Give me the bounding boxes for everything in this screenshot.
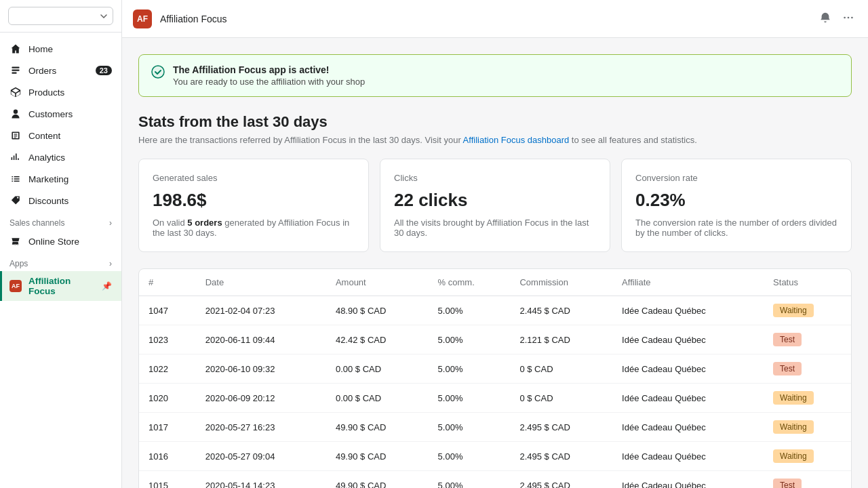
apps-label: Apps (9, 259, 28, 268)
stat-value-clicks: 22 clicks (394, 190, 596, 211)
cell-comm-pct: 5.00% (429, 296, 511, 325)
subtitle-after: to see all features and statistics. (569, 135, 697, 145)
status-badge: Test (773, 479, 802, 488)
cell-affiliate: Idée Cadeau Québec (612, 442, 764, 471)
alert-title: The Affiliation Focus app is active! (173, 64, 365, 75)
sidebar-item-products[interactable]: Products (0, 81, 121, 103)
subtitle-before: Here are the transactions referred by Af… (138, 135, 463, 145)
sidebar-item-customers[interactable]: Customers (0, 103, 121, 125)
sidebar-item-content[interactable]: Content (0, 125, 121, 146)
sidebar-item-discounts[interactable]: Discounts (0, 190, 121, 211)
stat-value-sales: 198.6$ (153, 190, 355, 211)
stat-label-clicks: Clicks (394, 173, 596, 183)
orders-badge: 23 (96, 66, 112, 75)
cell-amount: 49.90 $ CAD (326, 413, 429, 442)
col-header-date: Date (196, 269, 326, 296)
alert-banner: The Affiliation Focus app is active! You… (138, 54, 852, 97)
sales-channels-chevron[interactable]: › (109, 218, 112, 228)
svg-point-3 (844, 16, 846, 18)
col-header-amount: Amount (326, 269, 429, 296)
col-header-status: Status (764, 269, 851, 296)
cell-id: 1023 (139, 325, 196, 354)
status-badge: Test (773, 333, 802, 346)
cell-status: Waiting (764, 296, 851, 325)
cell-status: Test (764, 354, 851, 384)
topbar-actions (816, 9, 857, 29)
status-badge: Waiting (773, 391, 814, 405)
cell-status: Test (764, 471, 851, 489)
sidebar-item-analytics[interactable]: Analytics (0, 146, 121, 168)
alert-text: The Affiliation Focus app is active! You… (173, 64, 365, 87)
sales-channels-label: Sales channels (9, 218, 64, 228)
stat-card-sales: Generated sales 198.6$ On valid 5 orders… (138, 159, 369, 252)
table-row: 1020 2020-06-09 20:12 0.00 $ CAD 5.00% 0… (139, 384, 851, 413)
table-row: 1016 2020-05-27 09:04 49.90 $ CAD 5.00% … (139, 442, 851, 471)
cell-id: 1015 (139, 471, 196, 489)
cell-date: 2020-05-27 16:23 (196, 413, 326, 442)
sidebar: Home Orders 23 Products Customers (0, 0, 122, 488)
cell-affiliate: Idée Cadeau Québec (612, 354, 764, 384)
cell-amount: 49.90 $ CAD (326, 471, 429, 489)
cell-id: 1017 (139, 413, 196, 442)
analytics-icon (9, 151, 22, 163)
stat-value-conversion: 0.23% (635, 190, 837, 211)
sidebar-item-marketing[interactable]: Marketing (0, 168, 121, 190)
cell-comm-pct: 5.00% (429, 471, 511, 489)
pin-icon[interactable]: 📌 (102, 281, 112, 291)
products-icon (9, 86, 22, 98)
sidebar-item-online-store[interactable]: Online Store (0, 230, 121, 252)
apps-chevron[interactable]: › (109, 259, 112, 268)
cell-comm-pct: 5.00% (429, 384, 511, 413)
cell-commission: 2.121 $ CAD (510, 325, 612, 354)
cell-date: 2020-05-27 09:04 (196, 442, 326, 471)
cell-id: 1047 (139, 296, 196, 325)
stats-grid: Generated sales 198.6$ On valid 5 orders… (138, 159, 852, 252)
sidebar-item-affiliation-focus[interactable]: AF Affiliation Focus 📌 (0, 271, 121, 301)
col-header-id: # (139, 269, 196, 296)
sidebar-label-customers: Customers (28, 109, 73, 119)
sidebar-label-online-store: Online Store (28, 237, 79, 247)
transactions-table: # Date Amount % comm. Commission Affilia… (139, 269, 851, 488)
table-row: 1023 2020-06-11 09:44 42.42 $ CAD 5.00% … (139, 325, 851, 354)
status-badge: Waiting (773, 304, 814, 317)
transactions-table-container: # Date Amount % comm. Commission Affilia… (138, 268, 852, 488)
cell-affiliate: Idée Cadeau Québec (612, 325, 764, 354)
stats-section-subtitle: Here are the transactions referred by Af… (138, 135, 852, 145)
cell-commission: 0 $ CAD (510, 384, 612, 413)
sidebar-nav: Home Orders 23 Products Customers (0, 33, 121, 306)
cell-affiliate: Idée Cadeau Québec (612, 413, 764, 442)
discounts-icon (9, 195, 22, 207)
table-row: 1022 2020-06-10 09:32 0.00 $ CAD 5.00% 0… (139, 354, 851, 384)
sidebar-item-orders[interactable]: Orders 23 (0, 60, 121, 81)
table-row: 1015 2020-05-14 14:23 49.90 $ CAD 5.00% … (139, 471, 851, 489)
stat-desc-sales: On valid 5 orders generated by Affiliati… (153, 218, 355, 238)
app-logo: AF (133, 9, 152, 28)
store-dropdown[interactable] (8, 7, 113, 25)
col-header-commission: Commission (510, 269, 612, 296)
cell-commission: 2.495 $ CAD (510, 442, 612, 471)
stat-desc-clicks: All the visits brought by Affiliation Fo… (394, 218, 596, 238)
home-icon (9, 43, 22, 55)
notification-bell-button[interactable] (816, 9, 834, 29)
cell-comm-pct: 5.00% (429, 325, 511, 354)
cell-status: Waiting (764, 442, 851, 471)
sidebar-item-home[interactable]: Home (0, 38, 121, 60)
stat-desc-conversion: The conversion rate is the number of ord… (635, 218, 837, 238)
cell-date: 2020-05-14 14:23 (196, 471, 326, 489)
cell-amount: 49.90 $ CAD (326, 442, 429, 471)
cell-date: 2020-06-09 20:12 (196, 384, 326, 413)
more-options-button[interactable] (840, 9, 857, 29)
table-body: 1047 2021-02-04 07:23 48.90 $ CAD 5.00% … (139, 296, 851, 489)
cell-status: Waiting (764, 413, 851, 442)
sidebar-label-orders: Orders (28, 66, 56, 76)
main-area: AF Affiliation Focus The Affiliation Foc… (122, 0, 868, 488)
alert-description: You are ready to use the affiliation wit… (173, 77, 365, 87)
cell-affiliate: Idée Cadeau Québec (612, 296, 764, 325)
dashboard-link[interactable]: Affiliation Focus dashboard (463, 135, 570, 145)
store-selector[interactable] (0, 0, 121, 33)
stat-label-conversion: Conversion rate (635, 173, 837, 183)
table-header: # Date Amount % comm. Commission Affilia… (139, 269, 851, 296)
sidebar-label-home: Home (28, 44, 53, 54)
stats-section-title: Stats from the last 30 days (138, 113, 852, 131)
svg-point-6 (152, 66, 164, 78)
